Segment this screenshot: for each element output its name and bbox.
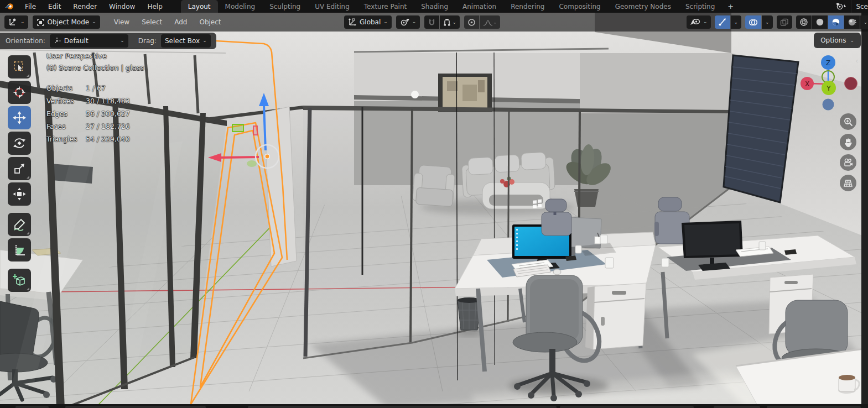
orientation-global-icon (348, 18, 357, 27)
axis-x-negative[interactable] (845, 77, 857, 90)
picture-frame (438, 74, 492, 112)
shading-solid-button[interactable] (812, 15, 828, 29)
menu-render[interactable]: Render (67, 0, 103, 13)
chevron-down-icon: ⌄ (850, 38, 854, 43)
chevron-down-icon: ⌄ (383, 19, 388, 24)
svg-text:˅: ˅ (843, 5, 845, 10)
tab-rendering[interactable]: Rendering (503, 0, 552, 13)
orientation-label: Orientation: (6, 37, 45, 45)
tab-animation[interactable]: Animation (455, 0, 503, 13)
tool-transform[interactable] (8, 182, 31, 206)
tool-orientation-dropdown[interactable]: Default ⌄ (50, 34, 128, 48)
tool-measure[interactable] (8, 238, 31, 261)
perspective-toggle-button[interactable] (840, 175, 856, 191)
move-icon (12, 111, 27, 125)
tab-texture-paint[interactable]: Texture Paint (357, 0, 414, 13)
svg-text:Z: Z (826, 59, 830, 67)
menu-file[interactable]: File (19, 0, 42, 13)
editor-type-button[interactable]: ⌄ (4, 15, 28, 29)
show-overlays-toggle[interactable] (745, 15, 761, 29)
snap-settings-dropdown[interactable]: ⌄ (440, 15, 460, 29)
proportional-editing-toggle[interactable] (464, 15, 479, 29)
stat-value: 1 / 67 (86, 84, 106, 92)
stat-value: 27 / 182,726 (86, 122, 130, 130)
xray-toggle[interactable] (777, 15, 792, 29)
stat-label: Faces (46, 122, 86, 130)
tab-geometry-nodes[interactable]: Geometry Nodes (608, 0, 678, 13)
tool-rotate[interactable] (8, 132, 31, 155)
transform-orientation-dropdown[interactable]: Global ⌄ (344, 15, 392, 29)
proportional-falloff-dropdown[interactable]: ⌄ (480, 15, 501, 29)
drag-label: Drag: (138, 37, 157, 45)
show-object-types-dropdown[interactable]: ⌄ (687, 15, 711, 29)
menu-add[interactable]: Add (168, 18, 193, 26)
snapping-group: ⌄ (424, 15, 460, 29)
timeline-editor-top[interactable] (0, 404, 868, 408)
camera-view-button[interactable] (840, 154, 856, 171)
transform-icon (12, 187, 27, 201)
solid-sphere-icon (815, 18, 824, 27)
zoom-icon (844, 117, 853, 127)
chevron-down-icon: ⌄ (703, 19, 708, 24)
pivot-point-dropdown[interactable]: ⌄ (396, 15, 420, 29)
blender-logo-icon[interactable] (0, 0, 19, 13)
tool-cursor[interactable] (8, 81, 31, 104)
3d-viewport-icon (8, 18, 18, 27)
menu-help[interactable]: Help (141, 0, 168, 13)
rotate-icon (13, 137, 26, 150)
gizmo-settings-dropdown[interactable]: ⌄ (731, 15, 742, 29)
snap-toggle[interactable] (424, 15, 439, 29)
chevron-down-icon: ⌄ (20, 19, 25, 24)
viewport-statistics: Objects1 / 67 Vertices30 / 118,483 Edges… (46, 84, 130, 148)
shading-rendered-button[interactable] (844, 15, 860, 29)
gizmo-x-arrow[interactable] (220, 157, 259, 158)
zoom-button[interactable] (840, 113, 856, 130)
light-sphere (411, 91, 419, 98)
sidebar-collapse-arrow[interactable]: ‹ (855, 56, 859, 65)
tab-layout[interactable]: Layout (181, 0, 218, 13)
stat-value: 54 / 229,040 (86, 135, 130, 143)
tool-move[interactable] (8, 106, 31, 129)
tool-settings-bar: Orientation: Default ⌄ Drag: Select Box … (0, 33, 216, 49)
axis-z-negative[interactable] (823, 99, 834, 111)
options-dropdown[interactable]: Options ⌄ (814, 33, 861, 48)
tab-scripting[interactable]: Scripting (678, 0, 722, 13)
drag-mode-dropdown[interactable]: Select Box ⌄ (161, 34, 211, 48)
menu-window[interactable]: Window (103, 0, 141, 13)
toolbar (8, 55, 32, 292)
tab-uv-editing[interactable]: UV Editing (308, 0, 357, 13)
add-workspace-button[interactable]: + (722, 0, 739, 13)
tab-sculpting[interactable]: Sculpting (262, 0, 308, 13)
show-gizmo-toggle[interactable] (715, 15, 730, 29)
stat-label: Edges (46, 109, 86, 118)
shading-material-preview-button[interactable] (828, 15, 844, 29)
tool-add-cube[interactable] (8, 269, 31, 292)
navigation-gizmo[interactable]: Z X Y (797, 53, 863, 113)
select-box-icon (13, 60, 26, 74)
tool-annotate[interactable] (8, 213, 31, 236)
proportional-edit-group: ⌄ (464, 15, 501, 29)
shading-wireframe-button[interactable] (796, 15, 812, 29)
stat-label: Triangles (46, 135, 86, 143)
gizmo-icon (718, 18, 727, 27)
scene-selector[interactable]: ˅ Sce (834, 0, 868, 13)
menu-object[interactable]: Object (193, 18, 227, 26)
pan-button[interactable] (840, 134, 856, 150)
tab-compositing[interactable]: Compositing (552, 0, 607, 13)
tab-modeling[interactable]: Modeling (218, 0, 263, 13)
rendered-sphere-icon (848, 18, 856, 27)
xray-icon (780, 18, 789, 27)
menu-edit[interactable]: Edit (42, 0, 67, 13)
tool-scale[interactable] (8, 157, 31, 180)
tool-select-box[interactable] (8, 55, 31, 79)
shading-settings-dropdown[interactable]: ⌄ (860, 15, 868, 29)
mode-dropdown[interactable]: Object Mode ⌄ (33, 15, 100, 29)
overlays-settings-dropdown[interactable]: ⌄ (762, 15, 773, 29)
light-wire (494, 53, 495, 365)
menu-select[interactable]: Select (136, 18, 168, 26)
magnet-icon (428, 18, 436, 27)
menu-view[interactable]: View (108, 18, 136, 26)
scene-icon: ˅ (834, 2, 848, 11)
stat-label: Objects (46, 84, 86, 92)
tab-shading[interactable]: Shading (414, 0, 455, 13)
